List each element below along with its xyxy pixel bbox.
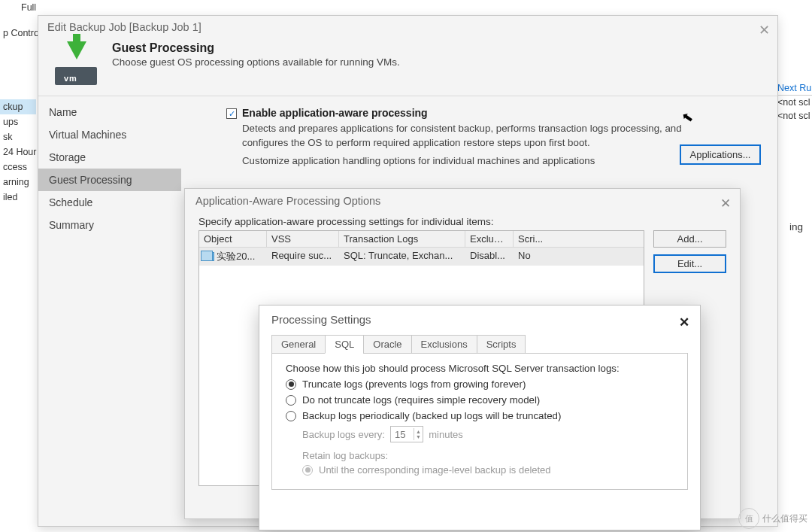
wizard-nav: Name Virtual Machines Storage Guest Proc… bbox=[38, 96, 181, 509]
bg-item-6[interactable]: iled bbox=[0, 190, 36, 205]
radio-no-truncate[interactable] bbox=[286, 395, 296, 406]
bg-item-4[interactable]: ccess bbox=[0, 160, 36, 175]
col-object[interactable]: Object bbox=[199, 231, 267, 247]
add-button[interactable]: Add... bbox=[653, 230, 726, 248]
radio-truncate[interactable] bbox=[286, 379, 296, 390]
wiz-step-vm[interactable]: Virtual Machines bbox=[38, 123, 181, 146]
backup-every-unit: minutes bbox=[429, 429, 463, 440]
tab-general[interactable]: General bbox=[271, 335, 326, 354]
retain-label: Retain log backups: bbox=[302, 450, 674, 461]
watermark: 值 什么值得买 bbox=[738, 508, 807, 529]
bg-control: p Control bbox=[0, 26, 36, 41]
col-vss[interactable]: VSS bbox=[267, 231, 339, 247]
backup-every-label: Backup logs every: bbox=[302, 429, 385, 440]
wiz-step-summary[interactable]: Summary bbox=[38, 214, 181, 236]
bg-right-col: Next Ru <not scl <not scl bbox=[774, 81, 812, 123]
dlg2-title: Application-Aware Processing Options bbox=[185, 189, 740, 213]
radio-truncate-label: Truncate logs (prevents logs from growin… bbox=[302, 378, 526, 390]
cell-object: 实验20... bbox=[199, 248, 267, 266]
backup-every-input[interactable] bbox=[391, 429, 414, 440]
dlg3-title: Processing Settings bbox=[259, 306, 700, 335]
bg-full: Full bbox=[0, 0, 36, 15]
cell-tlogs: SQL: Truncate, Exchan... bbox=[339, 248, 465, 266]
wiz-step-schedule[interactable]: Schedule bbox=[38, 191, 181, 214]
cell-excl: Disabl... bbox=[465, 248, 514, 266]
col-scripts[interactable]: Scri... bbox=[514, 231, 644, 247]
radio-retain-until-backup-label: Until the corresponding image-level back… bbox=[319, 464, 551, 476]
bg-item-1[interactable]: ups bbox=[0, 114, 36, 129]
col-cell-1: <not scl bbox=[774, 109, 812, 123]
applications-button[interactable]: Applications... bbox=[680, 144, 761, 165]
radio-retain-until-backup bbox=[302, 465, 313, 476]
grid-header: Object VSS Transaction Logs Exclusi... S… bbox=[199, 231, 644, 248]
tab-sql[interactable]: SQL bbox=[325, 335, 364, 354]
tab-panel-sql: Choose how this job should process Micro… bbox=[271, 353, 688, 490]
cell-vss: Require suc... bbox=[267, 248, 339, 266]
dlg2-close-button[interactable]: ✕ bbox=[720, 196, 731, 211]
enable-app-aware-checkbox[interactable] bbox=[226, 108, 237, 119]
tab-oracle[interactable]: Oracle bbox=[363, 335, 411, 354]
col-tlogs[interactable]: Transaction Logs bbox=[339, 231, 465, 247]
radio-backup-periodic[interactable] bbox=[286, 411, 296, 421]
sql-intro: Choose how this job should process Micro… bbox=[286, 363, 674, 374]
col-cell-0: <not scl bbox=[774, 96, 812, 109]
wiz-step-guest[interactable]: Guest Processing bbox=[38, 169, 181, 191]
grid-row[interactable]: 实验20... Require suc... SQL: Truncate, Ex… bbox=[199, 248, 644, 266]
col-next-run-header: Next Ru bbox=[774, 81, 812, 96]
guest-processing-icon: vm bbox=[53, 41, 102, 85]
col-exclusions[interactable]: Exclusi... bbox=[465, 231, 514, 247]
backup-every-spinner[interactable]: ▲▼ bbox=[390, 426, 423, 442]
cell-scripts: No bbox=[514, 248, 644, 266]
bg-ing: ing bbox=[789, 221, 803, 233]
dlg3-close-button[interactable]: ✕ bbox=[679, 315, 689, 330]
bg-item-2[interactable]: sk bbox=[0, 129, 36, 144]
wiz-step-name[interactable]: Name bbox=[38, 101, 181, 123]
bg-item-5[interactable]: arning bbox=[0, 175, 36, 190]
header-desc: Choose guest OS processing options avail… bbox=[112, 56, 400, 68]
bg-left-nav: Full p Control ckup ups sk 24 Hour ccess… bbox=[0, 0, 36, 532]
app-aware-desc: Detects and prepares applications for co… bbox=[242, 121, 708, 150]
watermark-icon: 值 bbox=[738, 508, 759, 529]
radio-no-truncate-label: Do not truncate logs (requires simple re… bbox=[302, 394, 540, 406]
tabs: General SQL Oracle Exclusions Scripts bbox=[271, 335, 688, 353]
spec-label: Specify application-aware processing set… bbox=[198, 216, 726, 227]
tab-exclusions[interactable]: Exclusions bbox=[411, 335, 477, 354]
vm-icon bbox=[204, 252, 214, 261]
edit-button[interactable]: Edit... bbox=[653, 254, 726, 273]
bg-item-3[interactable]: 24 Hour bbox=[0, 144, 36, 160]
watermark-text: 什么值得买 bbox=[762, 512, 807, 525]
header-title: Guest Processing bbox=[112, 41, 400, 55]
tab-scripts[interactable]: Scripts bbox=[477, 335, 526, 354]
wiz-step-storage[interactable]: Storage bbox=[38, 146, 181, 169]
radio-backup-periodic-label: Backup logs periodically (backed up logs… bbox=[302, 410, 561, 421]
processing-settings-dialog: Processing Settings ✕ General SQL Oracle… bbox=[259, 305, 701, 530]
enable-app-aware-label: Enable application-aware processing bbox=[242, 107, 428, 119]
dialog-header: vm Guest Processing Choose guest OS proc… bbox=[38, 38, 777, 96]
bg-item-backup[interactable]: ckup bbox=[0, 99, 36, 114]
dialog-title: Edit Backup Job [Backup Job 1] bbox=[38, 16, 777, 38]
spinner-arrows[interactable]: ▲▼ bbox=[414, 428, 423, 440]
close-button[interactable]: ✕ bbox=[759, 22, 770, 38]
